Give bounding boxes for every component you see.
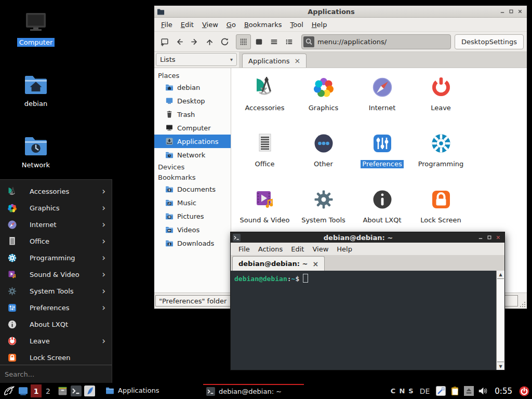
fm-menu-view[interactable]: View: [198, 20, 222, 30]
start-menu-item-programming[interactable]: Programming›: [0, 249, 112, 266]
terminal-close-button[interactable]: [494, 234, 502, 241]
sidebar-item-applications[interactable]: Applications: [154, 135, 231, 148]
grid-item-accessories[interactable]: Accessories: [235, 71, 294, 127]
start-menu-item-graphics[interactable]: Graphics›: [0, 200, 112, 216]
terminal-tab[interactable]: debian@debian: ~ ×: [232, 256, 325, 271]
scrollbar-thumb[interactable]: [497, 278, 504, 362]
sidebar-item-network[interactable]: Network: [154, 148, 231, 162]
sidebar-item-debian[interactable]: debian: [154, 81, 231, 94]
grid-item-office[interactable]: Office: [235, 127, 294, 183]
terminal-cursor: [303, 274, 308, 283]
view-thumbnails-button[interactable]: [252, 35, 266, 49]
grid-item-lock-screen[interactable]: Lock Screen: [411, 183, 470, 240]
reload-button[interactable]: [218, 35, 232, 49]
path-bar[interactable]: menu://applications/: [301, 34, 451, 49]
fm-menu-edit[interactable]: Edit: [177, 20, 198, 30]
sidebar-item-pictures[interactable]: Pictures: [154, 209, 231, 223]
start-menu-item-accessories[interactable]: Accessories›: [0, 183, 112, 200]
clock[interactable]: 0:55: [495, 387, 512, 396]
desktop-icon-computer[interactable]: Computer: [11, 10, 61, 47]
start-menu-item-lock-screen[interactable]: Lock Screen: [0, 349, 112, 366]
sidebar-item-videos[interactable]: Videos: [154, 223, 231, 236]
menu-search-input[interactable]: Search...: [0, 365, 112, 383]
scroll-down-icon[interactable]: ▼: [497, 363, 504, 370]
start-menu-item-sound-video[interactable]: Sound & Video›: [0, 266, 112, 283]
sidebar-item-music[interactable]: Music: [154, 196, 231, 209]
quick-launch-terminal-app[interactable]: [71, 384, 82, 398]
terminal-text-area[interactable]: debian@debian:~$: [231, 271, 496, 370]
tray-clipboard-icon[interactable]: [450, 384, 460, 398]
sidebar-item-desktop[interactable]: Desktop: [154, 94, 231, 108]
lists-dropdown[interactable]: Lists ▾: [156, 53, 237, 66]
terminal-titlebar[interactable]: debian@debian: ~: [231, 232, 504, 243]
sidebar-item-trash[interactable]: Trash: [154, 108, 231, 121]
view-grid-button[interactable]: [236, 34, 251, 49]
grid-item-preferences[interactable]: Preferences: [353, 127, 411, 183]
resize-grip[interactable]: [519, 301, 526, 308]
tray-screenshot-icon[interactable]: [436, 384, 446, 398]
tab-close-icon[interactable]: ×: [312, 261, 318, 267]
grid-item-internet[interactable]: Internet: [353, 71, 411, 127]
fm-titlebar[interactable]: Applications: [154, 6, 527, 18]
show-desktop-button[interactable]: [18, 384, 29, 398]
terminal-maximize-button[interactable]: [485, 234, 494, 241]
fm-menu-bookmarks[interactable]: Bookmarks: [240, 20, 286, 30]
start-menu-item-internet[interactable]: Internet›: [0, 216, 112, 233]
fm-maximize-button[interactable]: [507, 8, 515, 15]
terminal-menu-file[interactable]: File: [234, 244, 254, 254]
start-menu-item-leave[interactable]: Leave›: [0, 332, 112, 349]
sidebar-item-downloads[interactable]: Downloads: [154, 236, 231, 250]
grid-item-other[interactable]: Other: [294, 127, 353, 183]
fm-menu-help[interactable]: Help: [308, 20, 331, 30]
start-menu-item-system-tools[interactable]: System Tools›: [0, 283, 112, 299]
terminal-menu-help[interactable]: Help: [332, 244, 356, 254]
desktop-icon-network[interactable]: Network: [11, 133, 61, 169]
quick-launch-featherpad[interactable]: [84, 384, 95, 398]
workspace-2[interactable]: 2: [43, 384, 54, 397]
fm-menu-file[interactable]: File: [157, 20, 177, 30]
grid-item-programming[interactable]: Programming: [411, 127, 470, 183]
fm-menu-go[interactable]: Go: [222, 20, 240, 30]
scroll-up-icon[interactable]: ▲: [497, 271, 504, 278]
desktop-settings-button[interactable]: DesktopSettings: [455, 34, 524, 49]
sidebar-item-documents[interactable]: Documents: [154, 182, 231, 196]
grid-item-sound-video[interactable]: Sound & Video: [235, 183, 294, 240]
task-button-debian-debian[interactable]: debian@debian: ~: [203, 384, 304, 398]
main-menu-button[interactable]: [3, 384, 16, 398]
grid-item-system-tools[interactable]: System Tools: [294, 183, 353, 240]
terminal-minimize-button[interactable]: [476, 234, 485, 241]
tray-volume-icon[interactable]: [478, 384, 488, 398]
terminal-menu-view[interactable]: View: [308, 244, 332, 254]
quick-launch-file-manager[interactable]: [57, 384, 68, 398]
sidebar-item-computer[interactable]: Computer: [154, 121, 231, 135]
task-button-applications[interactable]: Applications: [102, 384, 203, 397]
tab-close-icon[interactable]: ×: [294, 58, 300, 63]
fm-close-button[interactable]: [515, 8, 524, 15]
back-button[interactable]: [172, 35, 187, 49]
power-button[interactable]: [519, 384, 529, 398]
view-compact-button[interactable]: [282, 35, 296, 49]
terminal-menu-actions[interactable]: Actions: [254, 244, 287, 254]
grid-item-graphics[interactable]: Graphics: [294, 71, 353, 127]
fm-tab-applications[interactable]: Applications ×: [242, 54, 307, 68]
up-button[interactable]: [203, 35, 217, 49]
new-tab-button[interactable]: [157, 35, 171, 49]
grid-item-about-lxqt[interactable]: About LXQt: [353, 183, 411, 240]
start-menu-item-about-lxqt[interactable]: About LXQt: [0, 316, 112, 332]
scrollbar-track[interactable]: [497, 278, 504, 363]
start-menu-item-preferences[interactable]: Preferences›: [0, 299, 112, 316]
start-menu-item-office[interactable]: Office›: [0, 233, 112, 249]
desktop-icon-debian[interactable]: debian: [11, 72, 61, 108]
reload-icon: [220, 37, 229, 46]
forward-button[interactable]: [188, 35, 202, 49]
fm-menu-tool[interactable]: Tool: [286, 20, 308, 30]
workspace-1[interactable]: 1: [31, 384, 42, 397]
featherpad-icon: [84, 385, 95, 396]
tray-eject-icon[interactable]: [464, 384, 474, 398]
terminal-menu-edit[interactable]: Edit: [287, 244, 308, 254]
grid-item-leave[interactable]: Leave: [411, 71, 470, 127]
keyboard-layout-indicator[interactable]: DE: [420, 387, 430, 395]
terminal-scrollbar[interactable]: ▲ ▼: [496, 271, 504, 370]
fm-minimize-button[interactable]: [498, 8, 507, 15]
view-detailed-button[interactable]: [267, 35, 281, 49]
